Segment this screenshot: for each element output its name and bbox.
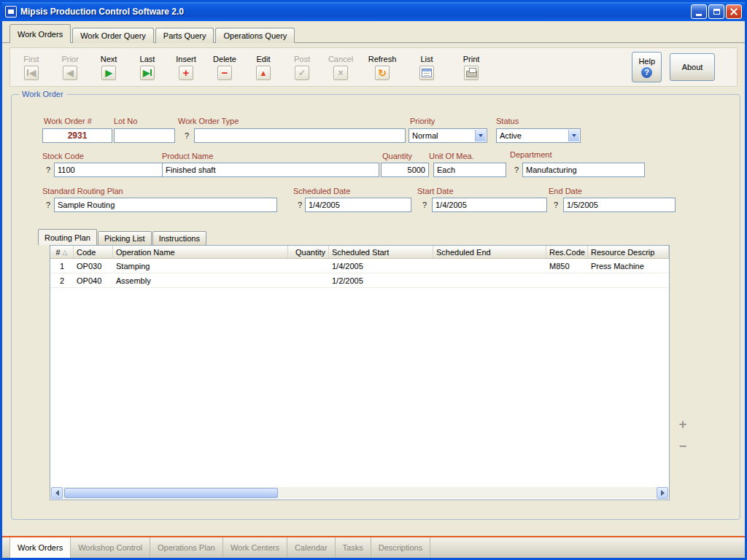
tab-label: Work Order Query xyxy=(80,31,146,40)
col-label: Quantity xyxy=(295,248,325,257)
maximize-button[interactable] xyxy=(708,4,724,19)
column-header-res-code[interactable]: Res.Code xyxy=(546,246,588,258)
btab-label: Calendar xyxy=(295,543,328,552)
tab-work-orders[interactable]: Work Orders xyxy=(9,24,71,43)
next-label: Next xyxy=(101,55,117,63)
scroll-right-button[interactable] xyxy=(657,487,668,499)
quantity-field[interactable] xyxy=(381,163,429,177)
table-row[interactable]: 1 OP030 Stamping 1/4/2005 M850 Press Mac… xyxy=(50,259,669,273)
app-logo-icon xyxy=(5,6,17,18)
scheduled-date-field[interactable] xyxy=(305,198,411,212)
bottom-tab-workshop-control[interactable]: Workshop Control xyxy=(71,537,150,558)
add-row-button[interactable]: + xyxy=(676,417,690,432)
close-icon xyxy=(730,8,738,15)
printer-icon xyxy=(466,71,477,77)
tab-label: Parts Query xyxy=(163,31,206,40)
cancel-button[interactable]: Cancel × xyxy=(325,50,356,85)
stock-code-field[interactable] xyxy=(54,163,163,177)
scheduled-date-lookup-button[interactable]: ? xyxy=(295,201,304,211)
work-order-type-field[interactable] xyxy=(194,128,406,143)
column-header-operation-name[interactable]: Operation Name xyxy=(113,246,288,258)
close-button[interactable] xyxy=(726,4,742,19)
column-header-code[interactable]: Code xyxy=(74,246,113,258)
work-order-no-label: Work Order # xyxy=(44,117,92,125)
maximize-icon xyxy=(713,9,720,15)
scrollbar-track[interactable] xyxy=(63,487,657,499)
stock-code-lookup-button[interactable]: ? xyxy=(44,166,53,176)
bottom-tab-operations-plan[interactable]: Operations Plan xyxy=(150,537,223,558)
lot-no-field[interactable] xyxy=(114,128,175,143)
delete-icon: − xyxy=(217,66,232,80)
bottom-tab-work-centers[interactable]: Work Centers xyxy=(223,537,287,558)
product-name-field[interactable] xyxy=(162,163,379,177)
cancel-icon: × xyxy=(333,66,348,80)
bottom-tab-work-orders[interactable]: Work Orders xyxy=(9,537,71,558)
cell-scheduled-start: 1/2/2005 xyxy=(329,273,433,287)
priority-dropdown-arrow-icon[interactable] xyxy=(475,130,486,141)
priority-dropdown[interactable]: Normal xyxy=(409,128,487,143)
btab-label: Workshop Control xyxy=(78,543,142,552)
prior-button[interactable]: Prior ◀ xyxy=(55,50,85,85)
column-header-scheduled-end[interactable]: Scheduled End xyxy=(433,246,546,258)
bottom-tab-descriptions[interactable]: Descriptions xyxy=(371,537,431,558)
next-button[interactable]: Next ▶ xyxy=(93,50,124,85)
list-button[interactable]: List xyxy=(409,50,445,85)
lot-no-label: Lot No xyxy=(114,117,137,125)
bottom-tab-tasks[interactable]: Tasks xyxy=(336,537,371,558)
status-dropdown-arrow-icon[interactable] xyxy=(568,130,579,141)
scheduled-date-label: Scheduled Date xyxy=(293,187,350,195)
column-header-scheduled-start[interactable]: Scheduled Start xyxy=(329,246,433,258)
col-label: Scheduled Start xyxy=(332,248,389,257)
dtab-label: Picking List xyxy=(104,234,145,243)
refresh-button[interactable]: Refresh ↻ xyxy=(364,50,400,85)
scrollbar-thumb[interactable] xyxy=(64,488,278,498)
first-button[interactable]: First ◀ xyxy=(16,50,47,85)
scroll-left-button[interactable] xyxy=(51,487,63,499)
column-header-resource-description[interactable]: Resource Descrip xyxy=(588,246,669,258)
post-label: Post xyxy=(294,55,310,63)
column-header-number[interactable]: # △ xyxy=(50,246,74,258)
insert-button[interactable]: Insert + xyxy=(171,50,201,85)
last-button[interactable]: Last ▶ xyxy=(132,50,163,85)
work-order-no-field[interactable] xyxy=(42,128,112,143)
tab-parts-query[interactable]: Parts Query xyxy=(155,28,214,43)
tab-work-order-query[interactable]: Work Order Query xyxy=(72,28,154,43)
grid-header: # △ Code Operation Name Quantity Schedul… xyxy=(50,246,669,259)
list-label: List xyxy=(420,55,433,63)
edit-button[interactable]: Edit ▲ xyxy=(248,50,279,85)
table-row[interactable]: 2 OP040 Assembly 1/2/2005 xyxy=(50,273,669,288)
tab-routing-plan[interactable]: Routing Plan xyxy=(38,229,97,245)
delete-button[interactable]: Delete − xyxy=(209,50,240,85)
status-dropdown[interactable]: Active xyxy=(496,128,581,143)
print-button[interactable]: Print xyxy=(453,50,489,85)
routing-plan-field[interactable] xyxy=(54,198,277,212)
routing-plan-lookup-button[interactable]: ? xyxy=(44,201,53,211)
help-button[interactable]: Help ? xyxy=(632,52,662,82)
department-label: Department xyxy=(510,150,551,159)
edit-icon: ▲ xyxy=(256,66,271,80)
tab-operations-query[interactable]: Operations Query xyxy=(215,28,295,43)
minimize-button[interactable] xyxy=(691,4,707,19)
about-button[interactable]: About xyxy=(670,53,715,81)
department-field[interactable] xyxy=(522,163,645,177)
col-label: Resource Descrip xyxy=(591,248,654,257)
end-date-field[interactable] xyxy=(563,198,676,212)
work-order-type-lookup-button[interactable]: ? xyxy=(182,131,191,141)
app-window: Mipsis Production Control Software 2.0 W… xyxy=(0,0,747,560)
unit-field[interactable] xyxy=(433,163,506,177)
remove-row-button[interactable]: − xyxy=(676,439,690,454)
post-button[interactable]: Post ✓ xyxy=(287,50,317,85)
tab-instructions[interactable]: Instructions xyxy=(152,231,206,245)
start-date-field[interactable] xyxy=(432,198,547,212)
cell-resource-description: Press Machine xyxy=(588,259,669,273)
column-header-quantity[interactable]: Quantity xyxy=(288,246,329,258)
tab-picking-list[interactable]: Picking List xyxy=(98,231,152,245)
insert-icon: + xyxy=(179,66,193,80)
start-date-lookup-button[interactable]: ? xyxy=(420,201,429,211)
bottom-tab-calendar[interactable]: Calendar xyxy=(287,537,336,558)
end-date-lookup-button[interactable]: ? xyxy=(551,201,560,211)
about-label: About xyxy=(682,63,703,71)
department-lookup-button[interactable]: ? xyxy=(512,166,521,176)
horizontal-scrollbar[interactable] xyxy=(51,487,668,499)
dtab-label: Routing Plan xyxy=(44,233,90,242)
